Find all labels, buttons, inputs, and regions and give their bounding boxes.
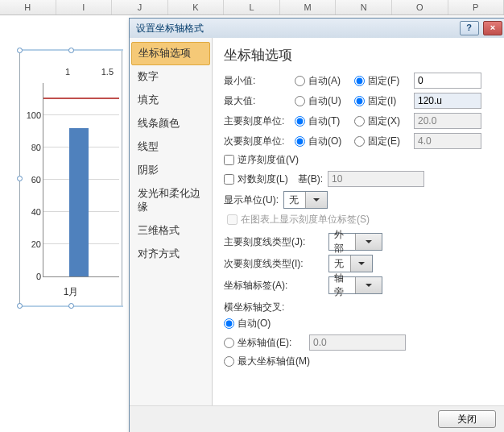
chevron-down-icon xyxy=(355,234,382,250)
axis-tick-label: 1 xyxy=(65,67,70,80)
close-dialog-button[interactable]: 关闭 xyxy=(438,410,496,428)
minor-unit-auto-radio[interactable]: 自动(O) xyxy=(295,135,349,148)
resize-handle[interactable] xyxy=(17,48,23,53)
target-line[interactable] xyxy=(43,98,119,99)
sidebar-item-line-color[interactable]: 线条颜色 xyxy=(130,112,212,135)
col-header[interactable]: I xyxy=(56,0,113,15)
display-unit-select[interactable]: 无 xyxy=(283,191,328,209)
max-fixed-radio[interactable]: 固定(I) xyxy=(354,94,409,108)
col-header[interactable]: J xyxy=(112,0,168,15)
col-header[interactable]: O xyxy=(392,0,448,15)
sidebar-item-axis-options[interactable]: 坐标轴选项 xyxy=(131,42,210,65)
resize-handle[interactable] xyxy=(68,303,74,309)
chevron-down-icon xyxy=(355,277,382,293)
gridline xyxy=(43,114,119,115)
close-button[interactable]: × xyxy=(483,21,502,35)
log-base-input xyxy=(328,171,424,187)
min-fixed-radio[interactable]: 固定(F) xyxy=(354,74,409,88)
max-value-input[interactable] xyxy=(414,93,481,109)
embedded-chart[interactable]: 1 1.5 0 20 40 60 80 100 1月 xyxy=(19,50,122,306)
cross-value-radio[interactable]: 坐标轴值(E): xyxy=(224,336,304,350)
display-unit-label: 显示单位(U): xyxy=(224,193,279,207)
major-unit-label: 主要刻度单位: xyxy=(224,114,295,128)
cross-auto-radio[interactable]: 自动(O) xyxy=(224,317,279,330)
major-tick-type-label: 主要刻度线类型(J): xyxy=(224,235,328,249)
sidebar-item-alignment[interactable]: 对齐方式 xyxy=(130,243,212,266)
chevron-down-icon xyxy=(350,255,372,272)
minor-unit-fixed-radio[interactable]: 固定(E) xyxy=(354,135,409,148)
minor-unit-label: 次要刻度单位: xyxy=(224,135,295,148)
y-axis-tick: 0 xyxy=(22,272,41,281)
axis-tick-label: 1.5 xyxy=(101,67,114,80)
cross-max-radio[interactable]: 最大坐标轴值(M) xyxy=(224,355,310,368)
sidebar-item-line-style[interactable]: 线型 xyxy=(130,135,212,159)
major-tick-value: 外部 xyxy=(329,228,355,255)
min-label: 最小值: xyxy=(224,74,295,88)
y-axis-tick: 20 xyxy=(22,239,41,249)
format-axis-dialog: 设置坐标轴格式 ? × 坐标轴选项 数字 填充 线条颜色 线型 阴影 发光和柔化… xyxy=(129,18,504,432)
y-axis-tick: 60 xyxy=(22,175,41,185)
min-auto-radio[interactable]: 自动(A) xyxy=(295,74,349,88)
log-scale-checkbox[interactable]: 对数刻度(L) xyxy=(224,172,288,186)
major-unit-input xyxy=(414,113,481,129)
log-base-label: 基(B): xyxy=(298,172,323,186)
major-unit-fixed-radio[interactable]: 固定(X) xyxy=(354,114,409,128)
col-header[interactable]: M xyxy=(280,0,337,15)
min-value-input[interactable] xyxy=(414,73,481,89)
chevron-down-icon xyxy=(305,192,327,208)
cross-section-label: 横坐标轴交叉: xyxy=(224,301,494,314)
major-unit-auto-radio[interactable]: 自动(T) xyxy=(295,114,349,128)
bar-series-1[interactable] xyxy=(69,128,89,276)
minor-tick-type-select[interactable]: 无 xyxy=(328,255,373,272)
sidebar-item-fill[interactable]: 填充 xyxy=(130,89,212,112)
column-header-row: H I J K L M N O P xyxy=(0,0,504,15)
minor-tick-value: 无 xyxy=(329,257,350,271)
panel-heading: 坐标轴选项 xyxy=(224,46,494,64)
help-button[interactable]: ? xyxy=(460,21,479,35)
plot-area[interactable] xyxy=(43,83,119,277)
x-axis-tick: 1月 xyxy=(20,285,122,299)
cross-value-input xyxy=(309,334,406,351)
show-unit-label-checkbox: 在图表上显示刻度单位标签(S) xyxy=(227,213,370,226)
axis-options-panel: 坐标轴选项 最小值: 自动(A) 固定(F) 最大值: 自动(U) 固定(I) … xyxy=(213,38,504,406)
resize-handle[interactable] xyxy=(68,48,74,53)
max-auto-radio[interactable]: 自动(U) xyxy=(295,94,349,108)
category-sidebar: 坐标轴选项 数字 填充 线条颜色 线型 阴影 发光和柔化边缘 三维格式 对齐方式 xyxy=(130,38,213,406)
col-header[interactable]: K xyxy=(168,0,225,15)
secondary-axis-labels: 1 1.5 xyxy=(65,67,114,80)
col-header[interactable]: N xyxy=(336,0,392,15)
minor-unit-input xyxy=(414,133,481,149)
sidebar-item-number[interactable]: 数字 xyxy=(130,65,212,89)
display-unit-value: 无 xyxy=(284,193,305,207)
sidebar-item-3d-format[interactable]: 三维格式 xyxy=(130,219,212,243)
y-axis-tick: 100 xyxy=(22,110,41,120)
tick-label-select[interactable]: 轴旁 xyxy=(328,276,382,294)
dialog-title: 设置坐标轴格式 xyxy=(136,22,204,35)
col-header[interactable]: H xyxy=(0,0,56,15)
minor-tick-type-label: 次要刻度线类型(I): xyxy=(224,257,328,271)
col-header[interactable]: P xyxy=(448,0,505,15)
col-header[interactable]: L xyxy=(224,0,280,15)
sidebar-item-glow[interactable]: 发光和柔化边缘 xyxy=(130,182,212,219)
major-tick-type-select[interactable]: 外部 xyxy=(328,233,382,251)
dialog-footer: 关闭 xyxy=(130,405,504,432)
y-axis-tick: 80 xyxy=(22,143,41,152)
tick-label-label: 坐标轴标签(A): xyxy=(224,279,328,293)
y-axis-tick: 40 xyxy=(22,207,41,217)
tick-label-value: 轴旁 xyxy=(329,272,355,299)
sidebar-item-shadow[interactable]: 阴影 xyxy=(130,159,212,182)
resize-handle[interactable] xyxy=(17,303,23,309)
max-label: 最大值: xyxy=(224,94,295,108)
dialog-titlebar[interactable]: 设置坐标轴格式 ? × xyxy=(130,19,504,39)
reverse-values-checkbox[interactable]: 逆序刻度值(V) xyxy=(224,153,299,167)
